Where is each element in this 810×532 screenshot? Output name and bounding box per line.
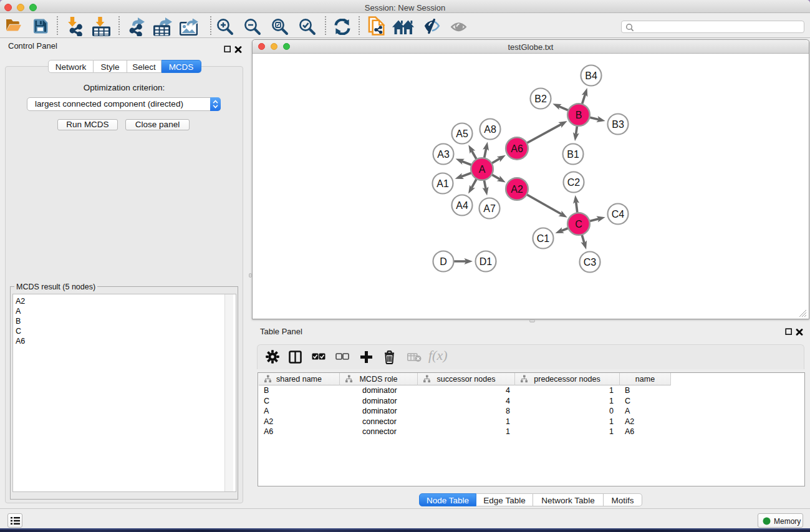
svg-text:B: B [576, 110, 582, 120]
svg-text:B2: B2 [534, 94, 547, 104]
svg-text:A: A [479, 164, 486, 175]
svg-text:C1: C1 [537, 233, 550, 244]
svg-text:D1: D1 [480, 256, 493, 267]
svg-text:A1: A1 [436, 178, 449, 189]
svg-text:A7: A7 [483, 203, 496, 214]
svg-text:A3: A3 [437, 149, 450, 160]
svg-text:C4: C4 [612, 209, 625, 220]
svg-text:C2: C2 [567, 177, 581, 188]
svg-text:A4: A4 [456, 200, 468, 211]
svg-text:A8: A8 [484, 124, 496, 135]
svg-text:C3: C3 [584, 257, 597, 268]
svg-text:B3: B3 [612, 119, 624, 130]
svg-text:A6: A6 [511, 143, 523, 154]
svg-text:D: D [440, 256, 447, 267]
svg-text:C: C [575, 219, 582, 230]
svg-text:A2: A2 [511, 184, 523, 195]
svg-text:A5: A5 [456, 128, 468, 139]
svg-text:B1: B1 [567, 149, 579, 160]
svg-text:B4: B4 [585, 70, 597, 81]
